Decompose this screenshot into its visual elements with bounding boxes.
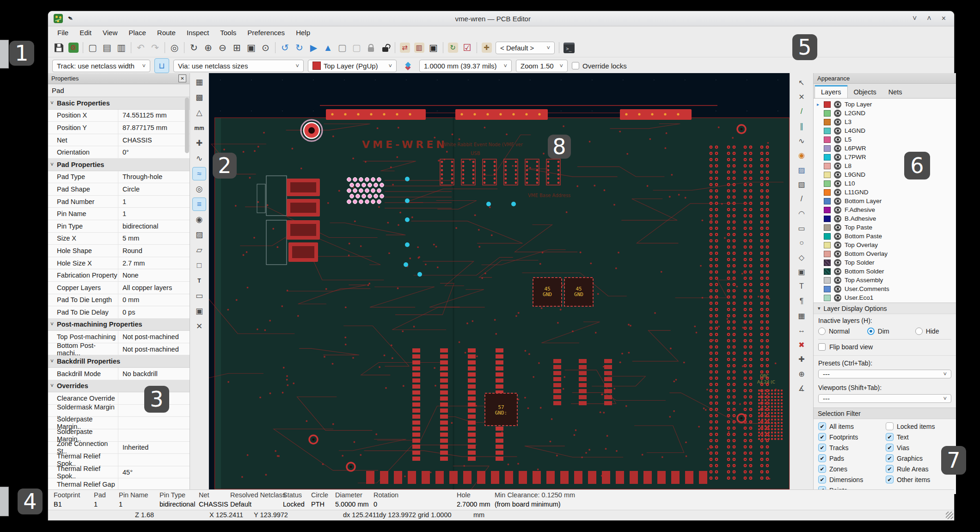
- mirror-button[interactable]: ▲: [321, 41, 335, 55]
- visibility-eye-icon[interactable]: [834, 233, 841, 240]
- menu-help[interactable]: Help: [290, 28, 316, 37]
- layer-color-swatch[interactable]: [824, 145, 831, 152]
- draw-polygon-tool-button[interactable]: ◇: [794, 251, 809, 264]
- layer-row-user-eco1[interactable]: User.Eco1: [814, 293, 956, 302]
- layer-row-f-adhesive[interactable]: F.Adhesive: [814, 205, 956, 214]
- layer-color-swatch[interactable]: [824, 260, 831, 266]
- radio-circle[interactable]: [915, 328, 923, 335]
- filter-vias-checkbox[interactable]: ✔: [886, 444, 894, 452]
- polar-coordinates-button[interactable]: △: [192, 106, 206, 119]
- layer-row-l5[interactable]: L5: [814, 135, 956, 144]
- plot-button[interactable]: ▥: [114, 41, 129, 55]
- property-value[interactable]: 0 mm: [118, 294, 190, 306]
- layer-color-swatch[interactable]: [824, 180, 831, 187]
- property-value[interactable]: [118, 478, 190, 489]
- layer-display-options-header[interactable]: ▾ Layer Display Options: [814, 303, 956, 314]
- zoom-out-button[interactable]: ⊖: [215, 41, 230, 55]
- visibility-eye-icon[interactable]: [834, 198, 841, 205]
- redo-button[interactable]: ↷: [148, 41, 162, 55]
- property-value[interactable]: 2.7 mm: [118, 257, 190, 269]
- radio-circle[interactable]: [818, 328, 826, 335]
- 3d-viewer-button[interactable]: ▣: [426, 41, 441, 55]
- place-image-tool-button[interactable]: ▣: [794, 266, 809, 278]
- property-value[interactable]: Through-hole: [118, 171, 190, 183]
- property-value[interactable]: 1: [118, 208, 190, 220]
- draw-rectangle-tool-button[interactable]: ▭: [794, 222, 809, 235]
- filter-text-checkbox[interactable]: ✔: [886, 433, 894, 441]
- net-color-mode-button[interactable]: ◎: [192, 182, 206, 196]
- highlight-net-button[interactable]: ✚: [479, 41, 494, 55]
- visibility-eye-icon[interactable]: [834, 294, 841, 302]
- layer-color-swatch[interactable]: [824, 154, 831, 161]
- bitmap-visibility-button[interactable]: ▣: [192, 304, 206, 318]
- viewports-select[interactable]: --- ˅: [818, 394, 951, 403]
- measure-tool-button[interactable]: ∡: [794, 382, 809, 395]
- property-value[interactable]: Not post-machined: [118, 331, 190, 343]
- active-layer-select[interactable]: Top Layer (PgUp) ˅: [308, 60, 397, 72]
- layer-color-swatch[interactable]: [824, 101, 831, 108]
- refresh-view-button[interactable]: ↻: [187, 41, 201, 55]
- tab-objects[interactable]: Objects: [848, 87, 882, 98]
- tab-nets[interactable]: Nets: [882, 87, 908, 98]
- property-value[interactable]: [118, 429, 190, 441]
- visibility-eye-icon[interactable]: [834, 268, 841, 275]
- properties-scrollbar[interactable]: [185, 98, 189, 153]
- visibility-eye-icon[interactable]: [834, 241, 841, 249]
- group-button[interactable]: ▢: [335, 41, 349, 55]
- table-tool-button[interactable]: ▦: [794, 309, 809, 322]
- layer-row-l7pwr[interactable]: L7PWR: [814, 153, 956, 161]
- property-value[interactable]: No backdrill: [118, 368, 190, 380]
- pin-icon[interactable]: ✒: [66, 13, 75, 24]
- track-width-select[interactable]: Track: use netclass width ˅: [52, 60, 150, 72]
- layer-row-l8[interactable]: L8: [814, 161, 956, 170]
- filter-pads-checkbox[interactable]: ✔: [818, 454, 826, 462]
- menu-file[interactable]: File: [52, 28, 74, 37]
- draw-arc-tool-button[interactable]: ◠: [794, 207, 809, 220]
- menu-edit[interactable]: Edit: [74, 28, 97, 37]
- draw-line-tool-button[interactable]: /: [794, 192, 809, 205]
- dimension-tool-button[interactable]: ↔: [794, 324, 809, 337]
- menu-tools[interactable]: Tools: [214, 28, 242, 37]
- filter-all-items-checkbox[interactable]: ✔: [818, 422, 826, 430]
- section-pad-properties[interactable]: ˅Pad Properties: [48, 159, 190, 171]
- local-ratsnest-tool-button[interactable]: ✕: [794, 91, 809, 104]
- property-value[interactable]: [118, 454, 190, 466]
- find-button[interactable]: ◎: [167, 41, 182, 55]
- layer-row-top-assembly[interactable]: Top Assembly: [814, 276, 956, 285]
- auto-track-width-toggle[interactable]: ⊔: [154, 58, 169, 73]
- property-value[interactable]: 87.877175 mm: [118, 122, 190, 134]
- grid-visibility-button[interactable]: ▦: [192, 75, 206, 89]
- flip-board-button[interactable]: ▶: [306, 41, 321, 55]
- design-rules-check-button[interactable]: ☑: [460, 41, 474, 55]
- rotate-ccw-button[interactable]: ↺: [278, 41, 292, 55]
- place-via-tool-button[interactable]: ◉: [794, 149, 809, 162]
- layer-row-user-comments[interactable]: User.Comments: [814, 285, 956, 293]
- tune-length-tool-button[interactable]: ∿: [794, 134, 809, 147]
- drawing-sheet-visibility-button[interactable]: ▭: [192, 289, 206, 303]
- menu-preferences[interactable]: Preferences: [242, 28, 290, 37]
- window-resize-grip[interactable]: [946, 512, 953, 519]
- pad-display-mode-button[interactable]: □: [192, 259, 206, 272]
- zoom-to-selection-button[interactable]: ⊙: [258, 41, 273, 55]
- filter-tracks-checkbox[interactable]: ✔: [818, 444, 826, 452]
- undo-button[interactable]: ↶: [134, 41, 148, 55]
- draw-circle-tool-button[interactable]: ○: [794, 236, 809, 249]
- filter-graphics-checkbox[interactable]: ✔: [886, 454, 894, 462]
- visibility-eye-icon[interactable]: [834, 250, 841, 258]
- layer-row-l4gnd[interactable]: L4GND: [814, 126, 956, 135]
- property-value[interactable]: [118, 417, 190, 429]
- layer-row-l10[interactable]: L10: [814, 179, 956, 188]
- property-value[interactable]: 5 mm: [118, 233, 190, 245]
- layer-row-bottom-paste[interactable]: Bottom Paste: [814, 232, 956, 241]
- layer-color-swatch[interactable]: [824, 216, 831, 222]
- cursor-shape-button[interactable]: ✚: [192, 136, 206, 150]
- update-pcb-from-schematic-button[interactable]: ↻: [446, 41, 460, 55]
- property-value[interactable]: CHASSIS: [118, 134, 190, 146]
- via-size-select[interactable]: Via: use netclass sizes ˅: [173, 60, 304, 72]
- filter-dimensions-checkbox[interactable]: ✔: [818, 476, 826, 483]
- radio-dim[interactable]: Dim: [867, 328, 915, 335]
- menu-place[interactable]: Place: [123, 28, 152, 37]
- layer-color-swatch[interactable]: [824, 189, 831, 196]
- ratsnest-visibility-button[interactable]: ∿: [192, 152, 206, 165]
- visibility-eye-icon[interactable]: [834, 145, 841, 152]
